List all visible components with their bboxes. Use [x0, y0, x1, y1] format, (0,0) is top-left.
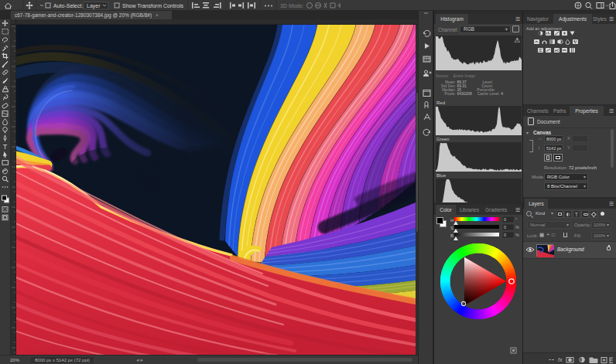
svg-text:H: H — [450, 218, 453, 223]
svg-text:°: ° — [515, 217, 517, 222]
svg-text:Auto-Select:: Auto-Select: — [53, 3, 83, 9]
svg-text:3D Mode:: 3D Mode: — [280, 3, 303, 9]
svg-text:Show Transform Controls: Show Transform Controls — [122, 3, 183, 9]
svg-text:Layer: Layer — [87, 3, 101, 9]
svg-text:0: 0 — [504, 233, 506, 237]
svg-text:0: 0 — [504, 225, 506, 230]
svg-text:%: % — [515, 225, 519, 230]
svg-text:S: S — [450, 226, 453, 230]
svg-text:0: 0 — [504, 217, 506, 222]
svg-text:fx: fx — [558, 357, 563, 362]
svg-text:B: B — [450, 233, 453, 238]
svg-text:%: % — [515, 233, 519, 237]
svg-text:T: T — [3, 143, 8, 151]
